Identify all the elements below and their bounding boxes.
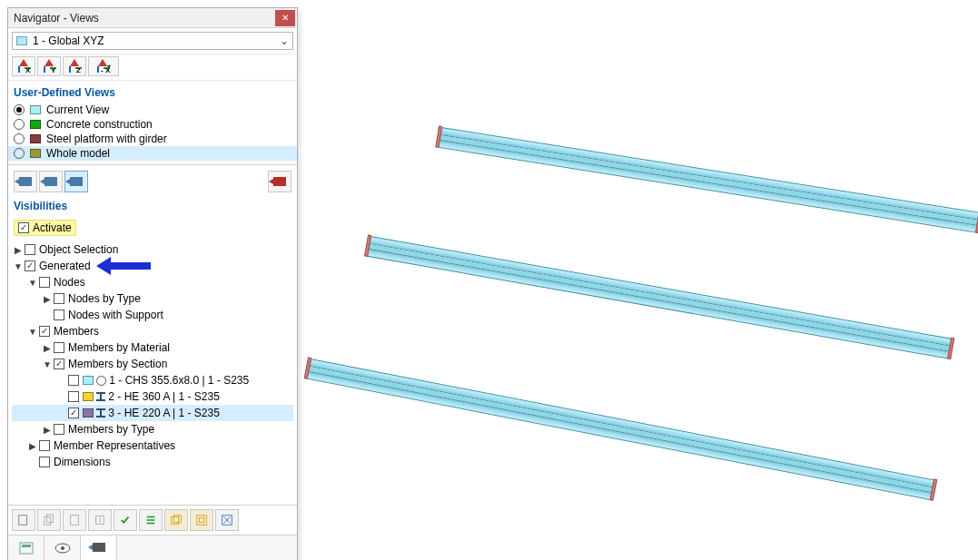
- caret-down-icon[interactable]: ▼: [26, 327, 39, 337]
- axis-y-button[interactable]: Y: [37, 56, 61, 76]
- caret-right-icon[interactable]: ▶: [12, 245, 25, 255]
- caret-right-icon[interactable]: ▶: [41, 294, 54, 304]
- swatch-icon: [30, 120, 41, 129]
- camera-delete-icon: [273, 177, 286, 186]
- activate-checkbox-row[interactable]: Activate: [14, 220, 76, 236]
- swatch-icon: [83, 392, 94, 401]
- caret-down-icon[interactable]: ▼: [41, 359, 54, 369]
- axis-z-button[interactable]: Z: [63, 56, 86, 76]
- tool-paste-button[interactable]: [63, 509, 86, 531]
- tool-check-button[interactable]: [114, 509, 137, 531]
- navigator-panel: Navigator - Views ✕ 1 - Global XYZ ⌄ X Y…: [7, 7, 298, 560]
- tree-nodes-with-support[interactable]: ▶ Nodes with Support: [12, 307, 293, 323]
- checkbox[interactable]: [39, 457, 50, 467]
- tree-nodes[interactable]: ▼ Nodes: [12, 274, 293, 290]
- tree-section-he360[interactable]: ▶ 2 - HE 360 A | 1 - S235: [12, 388, 293, 405]
- tab-data[interactable]: [8, 535, 44, 560]
- svg-rect-0: [19, 516, 27, 526]
- tree-section-chs[interactable]: ▶ 1 - CHS 355.6x8.0 | 1 - S235: [12, 372, 293, 388]
- udv-concrete[interactable]: Concrete construction: [8, 117, 297, 132]
- tab-views[interactable]: [81, 535, 117, 560]
- tree-member-reps[interactable]: ▶ Member Representatives: [12, 437, 293, 454]
- checkbox[interactable]: [54, 342, 64, 353]
- checkbox[interactable]: [39, 440, 50, 451]
- checkbox[interactable]: [54, 309, 64, 320]
- checkbox[interactable]: [25, 244, 35, 255]
- radio-icon: [14, 119, 25, 130]
- svg-rect-11: [22, 545, 31, 547]
- axis-neg-x-button[interactable]: -X▾: [88, 56, 119, 76]
- beam-member: [441, 127, 978, 212]
- checkbox[interactable]: [68, 408, 79, 418]
- camera-delete-button[interactable]: [268, 171, 291, 192]
- camera-icon: [93, 543, 105, 552]
- axis-toolbar: X Y Z -X▾: [8, 54, 297, 81]
- checkbox[interactable]: [54, 424, 64, 435]
- udv-current-view[interactable]: Current View: [8, 103, 297, 117]
- swatch-icon: [30, 149, 41, 158]
- tab-strip: [8, 535, 297, 560]
- svg-rect-5: [172, 517, 179, 525]
- camera-icon: [70, 177, 83, 186]
- coord-system-select[interactable]: 1 - Global XYZ ⌄: [12, 32, 293, 50]
- tool-layers-b-button[interactable]: [190, 509, 213, 531]
- beam-member: [370, 236, 952, 339]
- close-button[interactable]: ✕: [275, 10, 295, 26]
- visibilities-heading: Visibilities: [8, 194, 297, 216]
- udv-heading: User-Defined Views: [8, 81, 297, 103]
- checkbox[interactable]: [54, 359, 64, 369]
- axis-x-button[interactable]: X: [12, 56, 35, 76]
- tree-members[interactable]: ▼ Members: [12, 323, 293, 339]
- checkbox[interactable]: [54, 293, 64, 304]
- activate-checkbox[interactable]: [18, 222, 29, 233]
- svg-rect-6: [173, 516, 181, 523]
- checkbox[interactable]: [68, 375, 79, 386]
- chevron-down-icon: ⌄: [280, 34, 289, 47]
- coord-system-label: 1 - Global XYZ: [33, 34, 104, 47]
- camera-toolbar: [8, 167, 297, 194]
- svg-rect-2: [46, 515, 53, 523]
- titlebar: Navigator - Views ✕: [8, 8, 297, 28]
- section-circle-icon: [96, 376, 106, 386]
- checkbox[interactable]: [25, 260, 35, 271]
- camera-add-button[interactable]: [14, 171, 37, 192]
- tree-members-by-material[interactable]: ▶ Members by Material: [12, 339, 293, 356]
- udv-steel-platform[interactable]: Steel platform with girder: [8, 132, 297, 146]
- swatch-icon: [83, 408, 94, 418]
- tree-section-he220[interactable]: ▶ 3 - HE 220 A | 1 - S235: [12, 405, 293, 421]
- annotation-arrow-icon: [96, 257, 151, 275]
- tab-show[interactable]: [44, 535, 81, 560]
- camera-active-button[interactable]: [64, 171, 88, 192]
- caret-right-icon[interactable]: ▶: [41, 343, 54, 353]
- tool-new-button[interactable]: [12, 509, 35, 531]
- tool-import-button[interactable]: [88, 509, 112, 531]
- udv-whole-model[interactable]: Whole model: [8, 146, 297, 161]
- checkbox[interactable]: [68, 391, 79, 402]
- camera-edit-button[interactable]: [39, 171, 63, 192]
- tree-generated[interactable]: ▼ Generated: [12, 258, 293, 274]
- svg-point-13: [61, 546, 64, 550]
- caret-down-icon[interactable]: ▼: [26, 278, 39, 288]
- tree-nodes-by-type[interactable]: ▶ Nodes by Type: [12, 290, 293, 307]
- coord-swatch-icon: [16, 36, 27, 45]
- svg-rect-10: [20, 543, 33, 554]
- tree-dimensions[interactable]: ▶ Dimensions: [12, 454, 293, 470]
- tree-members-by-section[interactable]: ▼ Members by Section: [12, 356, 293, 372]
- section-ibeam-icon: [96, 408, 105, 418]
- model-viewport[interactable]: [300, 0, 978, 560]
- tool-layers-a-button[interactable]: [164, 509, 188, 531]
- checkbox[interactable]: [39, 277, 50, 288]
- svg-rect-3: [71, 516, 79, 526]
- tree-object-selection[interactable]: ▶ Object Selection: [12, 241, 293, 258]
- tool-list-button[interactable]: [139, 509, 163, 531]
- tool-copy-button[interactable]: [37, 509, 61, 531]
- window-title: Navigator - Views: [14, 12, 273, 25]
- checkbox[interactable]: [39, 326, 50, 337]
- caret-right-icon[interactable]: ▶: [41, 425, 54, 435]
- tool-filter-button[interactable]: [215, 509, 239, 531]
- caret-down-icon[interactable]: ▼: [12, 261, 25, 271]
- swatch-icon: [83, 376, 94, 385]
- radio-icon: [14, 104, 25, 115]
- tree-members-by-type[interactable]: ▶ Members by Type: [12, 421, 293, 437]
- caret-right-icon[interactable]: ▶: [26, 441, 39, 451]
